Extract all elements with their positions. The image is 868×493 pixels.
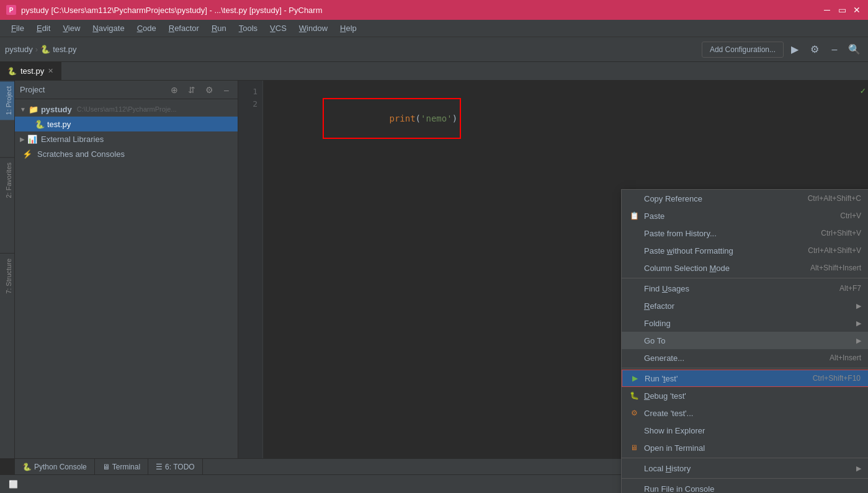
project-settings-button[interactable]: ⚙ bbox=[203, 84, 215, 96]
project-panel: Project ⊕ ⇵ ⚙ – ▼ 📁 pystudy C:\Users\am1… bbox=[15, 81, 238, 458]
menu-code[interactable]: Code bbox=[131, 21, 163, 35]
menu-vcs[interactable]: VCS bbox=[264, 21, 293, 35]
line-numbers: 1 2 bbox=[238, 81, 263, 458]
app-icon: P bbox=[6, 5, 16, 15]
sidebar-item-structure[interactable]: 7: Structure bbox=[0, 253, 15, 299]
editor-area: 1 2 print('nemo') ✓ Copy Reference Ctrl+… bbox=[238, 81, 868, 458]
ctx-open-terminal[interactable]: 🖥 Open in Terminal bbox=[622, 439, 868, 456]
ctx-shortcut: Ctrl+V bbox=[840, 211, 861, 220]
project-collapse-button[interactable]: ⇵ bbox=[186, 84, 198, 96]
menu-tools[interactable]: Tools bbox=[233, 21, 264, 35]
ctx-find-usages[interactable]: Find Usages Alt+F7 bbox=[622, 280, 868, 297]
status-vcs[interactable]: ⬜ bbox=[5, 475, 22, 493]
tree-item-pystudy[interactable]: ▼ 📁 pystudy C:\Users\am112\PycharmProje.… bbox=[15, 102, 238, 117]
breadcrumb: pystudy › 🐍 test.py bbox=[5, 45, 76, 54]
gutter-mark: ✓ bbox=[861, 86, 866, 95]
ctx-shortcut: Ctrl+Alt+Shift+C bbox=[808, 194, 861, 203]
settings-button[interactable]: ⚙ bbox=[806, 41, 823, 58]
sidebar-item-favorites[interactable]: 2: Favorites bbox=[0, 157, 15, 203]
menu-navigate[interactable]: Navigate bbox=[86, 21, 130, 35]
ctx-label: Run 'test' bbox=[645, 374, 678, 383]
line-number-1: 1 bbox=[238, 86, 262, 98]
ctx-create-test[interactable]: ⚙ Create 'test'... bbox=[622, 404, 868, 422]
ctx-sep-3 bbox=[622, 458, 868, 458]
refactor-icon bbox=[629, 301, 639, 311]
menu-help[interactable]: Help bbox=[334, 21, 363, 35]
side-tabs: 1: Project 2: Favorites 7: Structure bbox=[0, 81, 15, 458]
ctx-generate[interactable]: Generate... Alt+Insert bbox=[622, 349, 868, 366]
run-button[interactable]: ▶ bbox=[786, 41, 803, 58]
breadcrumb-project[interactable]: pystudy bbox=[5, 45, 33, 54]
ctx-debug-test[interactable]: 🐛 Debug 'test' bbox=[622, 387, 868, 404]
ctx-copy-reference[interactable]: Copy Reference Ctrl+Alt+Shift+C bbox=[622, 190, 868, 207]
line-number-2: 2 bbox=[238, 98, 262, 110]
ctx-label: Create 'test'... bbox=[644, 409, 693, 418]
close-button[interactable]: ✕ bbox=[852, 5, 862, 15]
project-add-button[interactable]: ⊕ bbox=[168, 84, 181, 96]
submenu-arrow: ▶ bbox=[856, 464, 861, 473]
ctx-label: Generate... bbox=[644, 353, 684, 363]
ctx-label: Copy Reference bbox=[644, 194, 702, 203]
vcs-icon: ⬜ bbox=[9, 480, 18, 489]
ctx-shortcut: Alt+Insert bbox=[830, 353, 861, 362]
project-panel-title: Project bbox=[20, 85, 163, 94]
add-configuration-button[interactable]: Add Configuration... bbox=[702, 42, 784, 58]
ctx-show-explorer[interactable]: Show in Explorer bbox=[622, 422, 868, 439]
breadcrumb-file-icon: 🐍 bbox=[40, 45, 50, 54]
todo-tab[interactable]: ☰ 6: TODO bbox=[148, 459, 203, 474]
ctx-paste[interactable]: 📋 Paste Ctrl+V bbox=[622, 207, 868, 224]
python-console-icon: 🐍 bbox=[22, 463, 32, 471]
ctx-goto[interactable]: Go To ▶ bbox=[622, 332, 868, 349]
sidebar-item-project[interactable]: 1: Project bbox=[0, 81, 15, 120]
paste-noformat-icon bbox=[629, 246, 639, 255]
title-bar: P pystudy [C:\Users\am112\PycharmProject… bbox=[0, 0, 868, 20]
tab-test-py[interactable]: 🐍 test.py ✕ bbox=[0, 62, 61, 80]
breadcrumb-file[interactable]: test.py bbox=[53, 45, 76, 54]
ctx-column-mode[interactable]: Column Selection Mode Alt+Shift+Insert bbox=[622, 259, 868, 277]
search-button[interactable]: 🔍 bbox=[846, 41, 863, 58]
ctx-shortcut: Ctrl+Shift+F10 bbox=[813, 374, 861, 383]
tree-item-external-libs[interactable]: ▶ 📊 External Libraries bbox=[15, 131, 238, 146]
ctx-label: Paste without Formatting bbox=[644, 246, 733, 255]
keyword-print: print bbox=[389, 113, 415, 123]
tree-item-test-py[interactable]: 🐍 test.py bbox=[15, 117, 238, 131]
paste-icon: 📋 bbox=[629, 211, 639, 221]
ctx-label: Paste from History... bbox=[644, 229, 717, 238]
terminal-label: Terminal bbox=[112, 463, 140, 471]
generate-icon bbox=[629, 353, 639, 363]
history-icon bbox=[629, 463, 639, 473]
menu-file[interactable]: File bbox=[5, 21, 30, 35]
minimize-button[interactable]: ─ bbox=[822, 5, 832, 15]
arrow-icon: ▼ bbox=[20, 106, 26, 113]
context-menu: Copy Reference Ctrl+Alt+Shift+C 📋 Paste … bbox=[621, 189, 868, 493]
lib-icon: 📊 bbox=[27, 135, 37, 144]
more-options-button[interactable]: – bbox=[826, 41, 843, 58]
tree-item-label: Scratches and Consoles bbox=[37, 149, 125, 159]
tab-close-button[interactable]: ✕ bbox=[48, 67, 53, 75]
menu-run[interactable]: Run bbox=[205, 21, 233, 35]
ctx-run-in-console[interactable]: Run File in Console bbox=[622, 480, 868, 493]
run-console-icon bbox=[629, 484, 639, 493]
tree-item-scratches[interactable]: ⚡ Scratches and Consoles bbox=[15, 146, 238, 161]
ctx-local-history[interactable]: Local History ▶ bbox=[622, 460, 868, 477]
ctx-paste-history[interactable]: Paste from History... Ctrl+Shift+V bbox=[622, 224, 868, 242]
window-title: pystudy [C:\Users\am112\PycharmProjects\… bbox=[21, 6, 822, 15]
python-file-icon: 🐍 bbox=[7, 67, 17, 76]
ctx-shortcut: Ctrl+Shift+V bbox=[821, 229, 861, 238]
main-layout: 1: Project 2: Favorites 7: Structure Pro… bbox=[0, 81, 868, 458]
menu-view[interactable]: View bbox=[56, 21, 86, 35]
ctx-label: Paste bbox=[644, 211, 664, 221]
paren-open: ( bbox=[416, 113, 421, 123]
ctx-refactor[interactable]: Refactor ▶ bbox=[622, 297, 868, 314]
menu-window[interactable]: Window bbox=[293, 21, 334, 35]
menu-refactor[interactable]: Refactor bbox=[163, 21, 205, 35]
goto-icon bbox=[629, 335, 639, 345]
python-console-tab[interactable]: 🐍 Python Console bbox=[15, 459, 95, 474]
project-close-button[interactable]: – bbox=[220, 84, 233, 96]
ctx-folding[interactable]: Folding ▶ bbox=[622, 314, 868, 332]
ctx-run-test[interactable]: ▶ Run 'test' Ctrl+Shift+F10 bbox=[622, 370, 868, 387]
menu-edit[interactable]: Edit bbox=[30, 21, 56, 35]
ctx-paste-no-format[interactable]: Paste without Formatting Ctrl+Alt+Shift+… bbox=[622, 242, 868, 259]
maximize-button[interactable]: ▭ bbox=[837, 5, 847, 15]
terminal-tab[interactable]: 🖥 Terminal bbox=[95, 459, 148, 474]
